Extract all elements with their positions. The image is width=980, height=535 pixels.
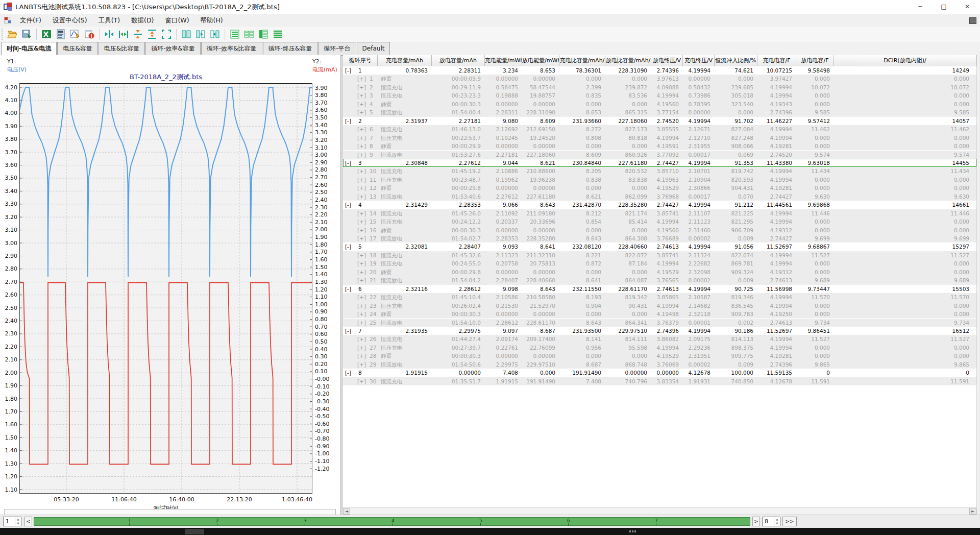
cycle-row[interactable]: [-]52.320812.284079.0938.641232.08120228… xyxy=(343,242,976,251)
menu-item[interactable]: 窗口(W) xyxy=(159,14,194,27)
tab-Default[interactable]: Default xyxy=(357,42,390,55)
step-row[interactable]: [+]21恒流放电01:54:04.22.28407228.406608.641… xyxy=(343,276,976,284)
tab-电压&比容量[interactable]: 电压&比容量 xyxy=(99,42,145,55)
expand-expander[interactable]: [+] xyxy=(357,310,368,318)
taskbar[interactable] xyxy=(0,528,980,535)
mdi-window-icon[interactable] xyxy=(969,17,976,24)
fit-horizontal-icon[interactable] xyxy=(117,28,130,41)
step-row[interactable]: [+]18恒流充电01:45:32.62.11323211.323108.221… xyxy=(343,251,976,259)
list-view-4-icon[interactable] xyxy=(271,28,284,41)
expand-expander[interactable]: [+] xyxy=(357,251,368,259)
page-prev-button[interactable]: < xyxy=(24,517,32,526)
expand-expander[interactable]: [+] xyxy=(357,176,368,184)
save-icon[interactable] xyxy=(20,28,33,41)
full-view-icon[interactable] xyxy=(160,28,173,41)
step-row[interactable]: [+]2恒流充电00:29:11.90.5847558.475442.39923… xyxy=(343,83,976,91)
expand-expander[interactable]: [+] xyxy=(357,377,368,385)
column-header[interactable]: 充电终压/V xyxy=(683,55,715,66)
step-row[interactable]: [+]16静置00:00:30.30.000000.000000.0000.00… xyxy=(343,226,976,234)
cycle-row[interactable]: [-]32.308482.276129.0448.621230.84840227… xyxy=(343,159,976,167)
taskbar-app-button[interactable] xyxy=(185,529,204,534)
step-row[interactable]: [+]15恒压充电00:24:12.20.2033720.336960.8548… xyxy=(343,217,976,226)
calculator-icon[interactable] xyxy=(54,28,67,41)
column-header[interactable]: 充电能量/mWh xyxy=(485,55,522,66)
step-row[interactable]: [+]8静置00:00:29.90.000000.000000.0000.000… xyxy=(343,142,976,150)
expand-expander[interactable]: [+] xyxy=(357,259,368,268)
tab-循环-终压&容量[interactable]: 循环-终压&容量 xyxy=(263,42,318,55)
expand-expander[interactable]: [+] xyxy=(357,319,368,327)
dock-left-icon[interactable] xyxy=(194,28,207,41)
expand-expander[interactable]: [+] xyxy=(357,209,368,217)
cycle-row[interactable]: [-]72.319352.299759.0978.687231.93500229… xyxy=(343,327,976,335)
collapse-expander[interactable]: [-] xyxy=(345,327,355,335)
table-horizontal-scrollbar[interactable]: ◄ ► xyxy=(343,507,976,515)
pager-track[interactable]: 1234567 xyxy=(34,517,750,526)
column-header[interactable]: 放电容量/mAh xyxy=(432,55,485,66)
column-header[interactable]: 放电比容量/mAh/ xyxy=(605,55,651,66)
column-header[interactable]: 放电终压/V xyxy=(651,55,683,66)
scroll-right-icon[interactable]: ► xyxy=(969,508,976,515)
menu-item[interactable]: 工具(T) xyxy=(93,14,126,27)
last-page-spinner[interactable]: 8 ▲▼ xyxy=(762,517,780,526)
expand-expander[interactable]: [+] xyxy=(357,276,368,284)
fit-vertical-icon[interactable] xyxy=(145,28,159,41)
expand-expander[interactable]: [+] xyxy=(357,234,368,242)
expand-expander[interactable]: [+] xyxy=(357,268,368,276)
collapse-expander[interactable]: [-] xyxy=(345,369,355,377)
expand-expander[interactable]: [+] xyxy=(357,142,368,150)
column-header[interactable]: 充电电容/F xyxy=(757,55,796,66)
step-row[interactable]: [+]19恒压充电00:24:55.00.2075820.758130.8728… xyxy=(343,259,976,268)
split-vertical-icon[interactable] xyxy=(131,28,144,41)
step-row[interactable]: [+]4静置00:00:30.30.000000.000000.0000.000… xyxy=(343,100,976,108)
report-info-icon[interactable]: i xyxy=(83,28,96,41)
step-row[interactable]: [+]29恒流放电01:54:50.62.29975229.975108.687… xyxy=(343,360,976,369)
step-row[interactable]: [+]28静置00:00:30.30.000000.000000.0000.00… xyxy=(343,352,976,360)
expand-expander[interactable]: [+] xyxy=(357,167,368,175)
tab-循环-平台[interactable]: 循环-平台 xyxy=(318,42,356,55)
dual-panel-icon[interactable] xyxy=(180,28,193,41)
scroll-left-icon[interactable]: ◄ xyxy=(343,508,350,515)
step-row[interactable]: [+]17恒流放电01:54:02.72.28353228.352808.643… xyxy=(343,234,976,242)
column-header[interactable]: 放电电容/F xyxy=(796,55,834,66)
expand-expander[interactable]: [+] xyxy=(357,134,368,142)
page-next-button[interactable]: > xyxy=(752,517,760,526)
column-header[interactable]: 充电容量/mAh xyxy=(378,55,432,66)
minimize-button[interactable]: ─ xyxy=(909,0,932,14)
tab-循环-效率&比容量[interactable]: 循环-效率&比容量 xyxy=(201,42,262,55)
dock-right-icon[interactable] xyxy=(208,28,222,41)
list-view-2-icon[interactable] xyxy=(242,28,256,41)
expand-expander[interactable]: [+] xyxy=(357,108,368,116)
list-view-3-icon[interactable] xyxy=(257,28,270,41)
step-row[interactable]: [+]22恒流充电01:45:10.42.10586210.585808.193… xyxy=(343,293,976,301)
step-row[interactable]: [+]9恒流放电01:53:27.62.27181227.180608.6098… xyxy=(343,151,976,159)
collapse-expander[interactable]: [-] xyxy=(345,285,355,293)
step-row[interactable]: [+]23恒压充电00:26:02.40.2153021.529700.9049… xyxy=(343,302,976,310)
step-row[interactable]: [+]5恒流放电01:54:00.42.28311228.310908.6538… xyxy=(343,108,976,116)
menu-item[interactable]: 帮助(H) xyxy=(195,14,229,27)
table-vertical-scrollbar[interactable] xyxy=(976,55,980,515)
collapse-expander[interactable]: [-] xyxy=(345,117,355,125)
step-row[interactable]: [+]11恒压充电00:23:48.70.1996219.962380.8388… xyxy=(343,176,976,184)
expand-expander[interactable]: [+] xyxy=(357,293,368,301)
step-row[interactable]: [+]26恒流充电01:44:27.42.09174209.174008.141… xyxy=(343,335,976,343)
collapse-expander[interactable]: [-] xyxy=(345,242,355,251)
expand-expander[interactable]: [+] xyxy=(357,125,368,133)
step-row[interactable]: [+]1静置00:00:09.90.000000.000000.0000.000… xyxy=(343,75,976,83)
cycle-row[interactable]: [-]62.321162.286129.0988.643232.11550228… xyxy=(343,285,976,293)
step-row[interactable]: [+]12静置00:00:29.80.000000.000000.0000.00… xyxy=(343,184,976,192)
column-header[interactable]: 放电能量/mWh xyxy=(522,55,559,66)
spinner-arrows-icon[interactable]: ▲▼ xyxy=(15,517,21,526)
cycle-row[interactable]: [-]10.783632.283113.2348.65378.36301228.… xyxy=(343,66,976,75)
expand-expander[interactable]: [+] xyxy=(357,184,368,192)
step-row[interactable]: [+]27恒压充电00:27:39.70.2276122.760990.9569… xyxy=(343,344,976,352)
expand-expander[interactable]: [+] xyxy=(357,352,368,360)
current-page-spinner[interactable]: 1 ▲▼ xyxy=(3,517,21,526)
plot-area[interactable] xyxy=(19,83,312,494)
step-row[interactable]: [+]25恒流放电01:54:10.02.28612228.611708.643… xyxy=(343,319,976,327)
spinner-arrows-icon[interactable]: ▲▼ xyxy=(774,517,780,526)
expand-expander[interactable]: [+] xyxy=(357,302,368,310)
expand-expander[interactable]: [+] xyxy=(357,192,368,201)
tab-电压&容量[interactable]: 电压&容量 xyxy=(57,42,97,55)
expand-expander[interactable]: [+] xyxy=(357,91,368,100)
export-excel-icon[interactable] xyxy=(40,28,53,41)
